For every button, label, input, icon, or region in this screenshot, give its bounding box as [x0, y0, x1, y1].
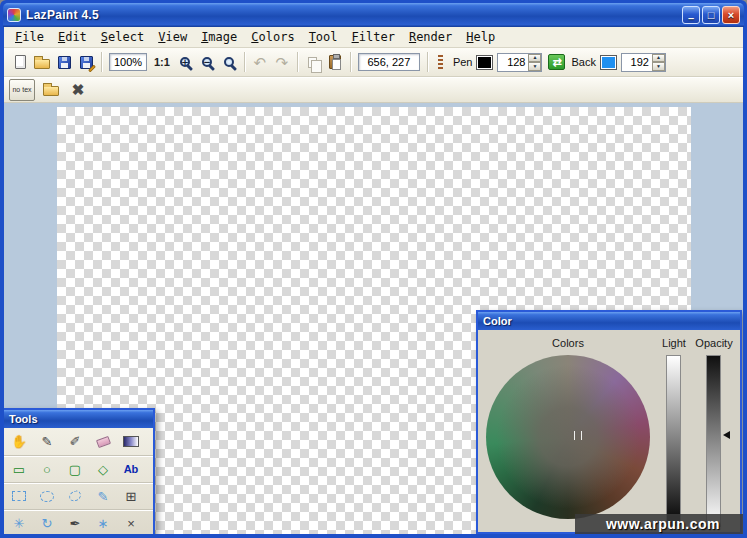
window-controls: – □ ×: [682, 6, 740, 24]
pencil-tool[interactable]: ✎: [35, 431, 59, 453]
menu-file[interactable]: File: [8, 28, 51, 46]
toolbar-separator: [101, 52, 102, 72]
select-rectangle-tool[interactable]: [7, 485, 31, 507]
zoom-out-icon: −: [202, 57, 212, 67]
back-label: Back: [567, 56, 599, 68]
pen-opacity-down-button[interactable]: ▼: [528, 62, 541, 71]
menu-edit[interactable]: Edit: [51, 28, 94, 46]
copy-icon: [308, 57, 317, 68]
save-button[interactable]: [53, 51, 75, 73]
save-as-icon: [80, 56, 93, 69]
zoom-fit-button[interactable]: [218, 51, 240, 73]
select-ellipse-tool[interactable]: [35, 485, 59, 507]
no-texture-button[interactable]: no tex: [9, 79, 35, 101]
toolbar-separator: [350, 52, 351, 72]
close-button[interactable]: ×: [722, 6, 740, 24]
rotate-selection-tool[interactable]: ↻: [35, 512, 59, 534]
pen-label: Pen: [449, 56, 477, 68]
grip-handle-icon[interactable]: [438, 55, 443, 70]
undo-button[interactable]: ↶: [249, 51, 271, 73]
minimize-button[interactable]: –: [682, 6, 700, 24]
window-titlebar[interactable]: LazPaint 4.5 – □ ×: [3, 3, 744, 27]
menu-help[interactable]: Help: [459, 28, 502, 46]
app-icon: [7, 8, 21, 22]
redo-button[interactable]: ↷: [271, 51, 293, 73]
zoom-input[interactable]: 100%: [109, 53, 147, 71]
polygon-tool[interactable]: ◇: [91, 458, 115, 480]
close-icon: ×: [728, 9, 734, 21]
pen-tool[interactable]: ✐: [63, 431, 87, 453]
zoom-out-button[interactable]: −: [196, 51, 218, 73]
opacity-label: Opacity: [688, 337, 740, 349]
down-arrow-icon: ▼: [656, 64, 661, 69]
deformation-grid-tool[interactable]: ⊞: [119, 485, 143, 507]
pen-opacity-up-button[interactable]: ▲: [528, 54, 541, 63]
pan-tool[interactable]: ✋: [7, 431, 31, 453]
color-panel: Color Colors Light Opacity: [476, 310, 742, 534]
eraser-tool[interactable]: [91, 431, 115, 453]
back-opacity-down-button[interactable]: ▼: [652, 62, 665, 71]
magic-wand-tool[interactable]: ✳: [7, 512, 31, 534]
free-select-tool[interactable]: [63, 485, 87, 507]
down-arrow-icon: ▼: [533, 64, 538, 69]
select-ellipse-icon: [40, 491, 54, 502]
menu-tool[interactable]: Tool: [302, 28, 345, 46]
open-folder-icon: [34, 59, 50, 69]
pipette-tool[interactable]: ✒: [63, 512, 87, 534]
swap-colors-icon: ⇄: [552, 56, 561, 69]
color-wheel[interactable]: [486, 355, 650, 519]
menu-select[interactable]: Select: [94, 28, 151, 46]
copy-button[interactable]: [302, 51, 324, 73]
maximize-button[interactable]: □: [702, 6, 720, 24]
swap-colors-button[interactable]: ⇄: [548, 54, 565, 70]
new-image-button[interactable]: [9, 51, 31, 73]
paste-button[interactable]: [324, 51, 346, 73]
open-texture-button[interactable]: [40, 79, 62, 101]
remove-texture-button[interactable]: ✖: [67, 79, 89, 101]
light-slider[interactable]: [666, 355, 681, 527]
menu-filter[interactable]: Filter: [345, 28, 402, 46]
delete-selection-icon: ×: [127, 516, 135, 531]
color-panel-titlebar[interactable]: Color: [478, 312, 740, 330]
back-opacity-up-button[interactable]: ▲: [652, 54, 665, 63]
text-tool-icon: Ab: [124, 463, 139, 475]
menu-image[interactable]: Image: [194, 28, 244, 46]
back-opacity-spinner: 192 ▲ ▼: [621, 53, 666, 72]
delete-selection-tool[interactable]: ×: [119, 512, 143, 534]
colors-label: Colors: [488, 337, 648, 349]
ellipse-tool[interactable]: ○: [35, 458, 59, 480]
new-document-icon: [15, 55, 26, 69]
text-tool[interactable]: Ab: [119, 458, 143, 480]
tools-row: ✳ ↻ ✒ ∗ ×: [4, 509, 153, 534]
magic-wand-icon: ✳: [14, 516, 25, 531]
tools-panel-title: Tools: [9, 413, 38, 425]
opacity-slider[interactable]: [706, 355, 721, 527]
plus-sign: +: [180, 57, 190, 67]
opacity-slider-marker[interactable]: [723, 431, 730, 439]
menu-view[interactable]: View: [151, 28, 194, 46]
zoom-in-button[interactable]: +: [174, 51, 196, 73]
color-wheel-marker[interactable]: [574, 431, 582, 440]
eraser-icon: [96, 436, 111, 448]
rounded-rectangle-tool[interactable]: ▢: [63, 458, 87, 480]
spray-tool[interactable]: ∗: [91, 512, 115, 534]
pen-color-swatch[interactable]: [476, 55, 493, 70]
open-button[interactable]: [31, 51, 53, 73]
save-as-button[interactable]: [75, 51, 97, 73]
up-arrow-icon: ▲: [656, 55, 661, 60]
tools-panel-titlebar[interactable]: Tools: [4, 410, 153, 428]
menu-colors[interactable]: Colors: [244, 28, 301, 46]
toolbar-separator: [427, 52, 428, 72]
zoom-1to1-button[interactable]: 1:1: [150, 56, 174, 68]
menu-render[interactable]: Render: [402, 28, 459, 46]
back-opacity-value[interactable]: 192: [622, 54, 652, 71]
select-rectangle-icon: [12, 491, 26, 501]
select-pen-tool[interactable]: ✎: [91, 485, 115, 507]
window-title: LazPaint 4.5: [26, 8, 99, 22]
rectangle-tool[interactable]: ▭: [7, 458, 31, 480]
paste-icon: [329, 55, 341, 69]
gradient-tool[interactable]: [119, 431, 143, 453]
back-color-swatch[interactable]: [600, 55, 617, 70]
pen-icon: ✐: [70, 434, 81, 449]
pen-opacity-value[interactable]: 128: [498, 54, 528, 71]
